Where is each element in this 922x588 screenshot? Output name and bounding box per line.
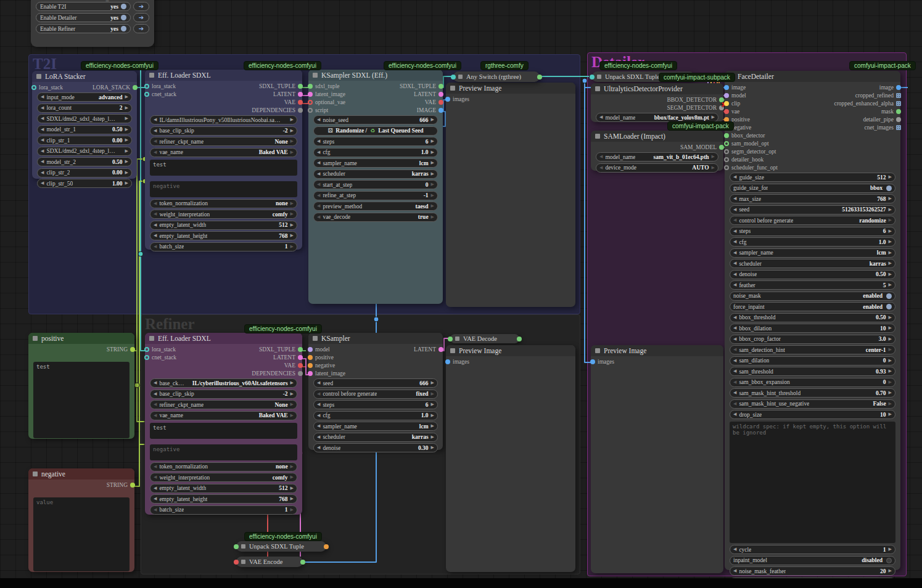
node-header[interactable]: FaceDetailer (725, 71, 900, 82)
enable-detailer-toggle[interactable]: Enable Detaileryes (36, 13, 131, 22)
decrement-arrow-icon[interactable]: ◀ (154, 381, 157, 385)
collapse-toggle[interactable] (33, 472, 38, 476)
increment-arrow-icon[interactable]: ▶ (290, 139, 294, 144)
decrement-arrow-icon[interactable]: ◀ (154, 414, 157, 418)
decrement-arrow-icon[interactable]: ◀ (317, 139, 320, 144)
bbox-crop-factor-widget[interactable]: ◀bbox_crop_factor3.0▶ (730, 335, 895, 344)
increment-arrow-icon[interactable]: ▶ (889, 326, 892, 330)
clip-str-50-widget[interactable]: ◀clip_str_501.00▶ (37, 179, 132, 188)
output-slot[interactable]: BBOX_DETECTOR (667, 97, 724, 103)
decrement-arrow-icon[interactable]: ◀ (317, 381, 320, 385)
reroute-dot[interactable] (134, 383, 139, 388)
lora_stack-input-dot[interactable] (144, 347, 149, 352)
toggle-dot[interactable] (886, 293, 892, 299)
device-mode-widget[interactable]: ◀device_modeAUTO▶ (596, 163, 718, 173)
forward-arrow-button[interactable]: ➔ (133, 24, 149, 33)
bbox_detector-input-dot[interactable] (724, 133, 729, 138)
steps-widget[interactable]: ◀steps6▶ (730, 227, 895, 236)
randomize-seed-button[interactable]: ⚄Randomize /♻Last Queued Seed (313, 126, 438, 136)
increment-arrow-icon[interactable]: ▶ (125, 160, 128, 164)
input-slot[interactable]: lora_stack (31, 84, 63, 91)
cnet_images-output-dot[interactable] (896, 125, 901, 130)
input-slot[interactable]: cnet_stack (144, 91, 176, 97)
input-slot[interactable]: script (308, 107, 328, 113)
decrement-arrow-icon[interactable]: ◀ (733, 251, 736, 255)
cfg-widget[interactable]: ◀cfg1.0▶ (313, 411, 438, 420)
input-slot[interactable]: images (590, 359, 614, 365)
increment-arrow-icon[interactable]: ▶ (125, 171, 128, 175)
sampler-name-widget[interactable]: ◀sampler_namelcm▶ (313, 158, 438, 168)
decrement-arrow-icon[interactable]: ◀ (154, 245, 157, 249)
LATENT-output-dot[interactable] (298, 92, 303, 97)
DEPENDENCIES-output-dot[interactable] (298, 108, 303, 113)
increment-arrow-icon[interactable]: ▶ (889, 391, 892, 395)
input-slot[interactable]: lora_stack (144, 83, 176, 89)
max-size-widget[interactable]: ◀max_size768▶ (730, 194, 895, 203)
detailer_pipe-output-dot[interactable] (896, 117, 901, 122)
increment-arrow-icon[interactable]: ▶ (889, 402, 892, 406)
decrement-arrow-icon[interactable]: ◀ (317, 215, 320, 219)
drop-size-widget[interactable]: ◀drop_size10▶ (730, 410, 895, 419)
increment-arrow-icon[interactable]: ▶ (889, 369, 892, 374)
sdxl-dmd2-sdxl-4step-lora-fp--widget[interactable]: ◀SDXL/dmd2_sdxl_4step_lora_fp...▶ (37, 147, 132, 156)
steps-widget[interactable]: ◀steps6▶ (313, 400, 438, 409)
decrement-arrow-icon[interactable]: ◀ (733, 402, 736, 406)
output-slot[interactable]: cropped_refined (855, 92, 901, 99)
increment-arrow-icon[interactable]: ▶ (889, 380, 892, 385)
collapse-toggle[interactable] (241, 544, 245, 549)
collapse-toggle[interactable] (313, 73, 318, 78)
LATENT-output-dot[interactable] (438, 92, 443, 97)
decrement-arrow-icon[interactable]: ◀ (733, 283, 736, 287)
collapse-toggle[interactable] (149, 73, 154, 78)
reroute-dot[interactable] (374, 317, 379, 322)
bbox-dilation-widget[interactable]: ◀bbox_dilation10▶ (730, 324, 895, 333)
output-slot[interactable]: image (879, 84, 901, 91)
output-slot[interactable]: mask (881, 108, 901, 115)
increment-arrow-icon[interactable]: ▶ (431, 150, 434, 155)
increment-arrow-icon[interactable]: ▶ (125, 116, 128, 121)
SDXL_TUPLE-output-dot[interactable] (298, 84, 303, 89)
node-header[interactable]: Eff. Loader SDXL (145, 333, 302, 344)
decrement-arrow-icon[interactable]: ◀ (317, 194, 320, 198)
increment-arrow-icon[interactable]: ▶ (125, 95, 128, 99)
base-clip-skip-widget[interactable]: ◀base_clip_skip-2▶ (150, 390, 297, 399)
decrement-arrow-icon[interactable]: ◀ (317, 118, 320, 122)
node-header[interactable]: KSampler (308, 333, 443, 344)
lora-count-widget[interactable]: ◀lora_count2▶ (37, 104, 132, 113)
toggle-knob[interactable] (121, 4, 126, 9)
input-slot[interactable]: clip (724, 100, 740, 107)
cropped_enhanced_alpha-output-dot[interactable] (896, 101, 901, 106)
text-area[interactable]: test (150, 160, 297, 176)
decrement-arrow-icon[interactable]: ◀ (317, 414, 320, 418)
text-area-placeholder[interactable]: negative (150, 444, 297, 460)
control-before-generate-widget[interactable]: ◀control before generaterandomize▶ (730, 216, 895, 225)
input-slot[interactable]: images (445, 96, 469, 102)
positive-input-dot[interactable] (308, 355, 313, 360)
node-header[interactable]: Preview Image (446, 345, 575, 356)
increment-arrow-icon[interactable]: ▶ (431, 435, 434, 439)
node-header[interactable]: negative (28, 468, 134, 480)
node-unpack-refiner[interactable]: Unpack SDXL Tuple (236, 541, 326, 552)
increment-arrow-icon[interactable]: ▶ (290, 486, 294, 491)
output-slot[interactable]: LATENT (414, 346, 443, 353)
increment-arrow-icon[interactable]: ▶ (290, 234, 294, 238)
denoise-widget[interactable]: ◀denoise0.50▶ (730, 270, 895, 279)
decrement-arrow-icon[interactable]: ◀ (733, 359, 736, 363)
input-mode-widget[interactable]: ◀input_modeadvanced▶ (37, 92, 132, 102)
decrement-arrow-icon[interactable]: ◀ (154, 118, 157, 122)
vae-name-widget[interactable]: ◀vae_nameBaked VAE▶ (150, 148, 297, 157)
input-slot[interactable]: model (724, 92, 746, 99)
cycle-widget[interactable]: ◀cycle1▶ (730, 545, 895, 554)
node-any-switch[interactable]: Any Switch (rgthree) (453, 71, 540, 82)
toggle-knob[interactable] (121, 15, 126, 20)
batch-size-widget[interactable]: ◀batch_size1▶ (150, 505, 297, 515)
vae-input-dot[interactable] (724, 109, 729, 114)
output-dot[interactable] (324, 544, 329, 549)
increment-arrow-icon[interactable]: ▶ (889, 175, 892, 179)
increment-arrow-icon[interactable]: ▶ (290, 245, 294, 249)
text-area[interactable]: test (33, 362, 130, 438)
input-dot[interactable] (234, 560, 239, 565)
node-header[interactable]: positive (28, 333, 134, 344)
force-inpaint-widget[interactable]: force_inpaintenabled (730, 302, 895, 311)
sam-threshold-widget[interactable]: ◀sam_threshold0.93▶ (730, 367, 895, 376)
